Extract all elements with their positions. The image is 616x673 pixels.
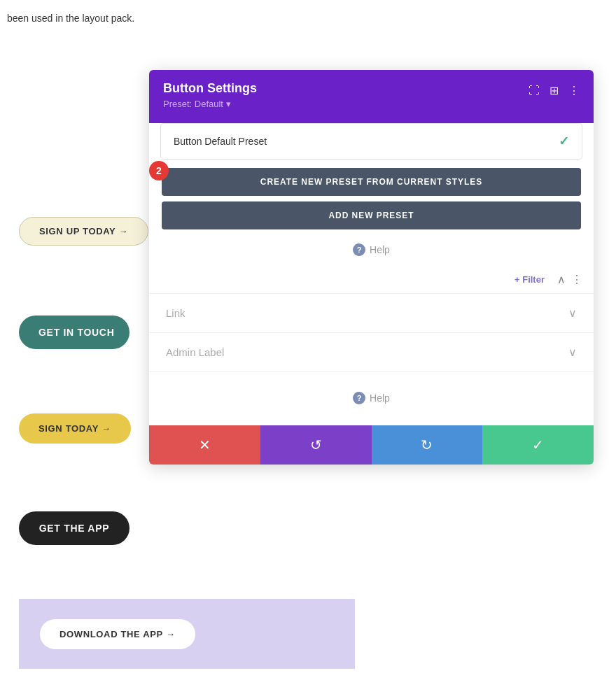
action-bar: ✕ ↺ ↻ ✓ bbox=[149, 425, 594, 465]
create-preset-button[interactable]: CREATE NEW PRESET FROM CURRENT STYLES bbox=[162, 168, 581, 196]
main-help-icon: ? bbox=[353, 392, 365, 404]
panel-header-icons: ⛶ ⊞ ⋮ bbox=[528, 84, 580, 97]
help-row: ? Help bbox=[149, 239, 594, 266]
columns-icon[interactable]: ⊞ bbox=[550, 84, 559, 97]
sign-up-button-2[interactable]: SIGN TODAY → bbox=[19, 413, 131, 444]
panel-header: Button Settings Preset: Default ▾ ⛶ ⊞ ⋮ bbox=[149, 70, 594, 118]
filter-icons: ∧ ⋮ bbox=[557, 273, 582, 286]
get-app-button[interactable]: GET THE APP bbox=[19, 511, 130, 545]
button-settings-panel: Button Settings Preset: Default ▾ ⛶ ⊞ ⋮ … bbox=[149, 70, 594, 465]
link-chevron-icon: ∨ bbox=[568, 306, 577, 320]
filter-button[interactable]: + Filter bbox=[514, 274, 545, 285]
main-help-label[interactable]: Help bbox=[370, 392, 390, 404]
help-label[interactable]: Help bbox=[370, 244, 390, 255]
admin-label: Admin Label bbox=[166, 346, 224, 358]
bottom-section: DOWNLOAD THE APP → bbox=[19, 599, 355, 669]
download-button[interactable]: DOWNLOAD THE APP → bbox=[40, 619, 195, 649]
save-button[interactable]: ✓ bbox=[482, 425, 594, 465]
chevron-up-icon[interactable]: ∧ bbox=[557, 273, 566, 286]
filter-bar: + Filter ∧ ⋮ bbox=[149, 266, 594, 294]
admin-chevron-icon: ∨ bbox=[568, 346, 577, 359]
redo-button[interactable]: ↻ bbox=[372, 425, 483, 465]
main-help-row: ? Help bbox=[149, 372, 594, 425]
undo-button[interactable]: ↺ bbox=[260, 425, 372, 465]
panel-header-left: Button Settings Preset: Default ▾ bbox=[163, 81, 257, 109]
purple-strip bbox=[149, 118, 594, 123]
expand-icon[interactable]: ⛶ bbox=[528, 85, 540, 97]
panel-title: Button Settings bbox=[163, 81, 257, 96]
bg-text: been used in the layout pack. bbox=[0, 13, 141, 24]
link-label: Link bbox=[166, 307, 186, 319]
admin-label-section[interactable]: Admin Label ∨ bbox=[149, 333, 594, 372]
cancel-button[interactable]: ✕ bbox=[149, 425, 260, 465]
add-preset-button[interactable]: ADD NEW PRESET bbox=[162, 201, 581, 229]
panel-preset-dropdown[interactable]: Preset: Default ▾ bbox=[163, 99, 257, 109]
more-options-icon[interactable]: ⋮ bbox=[568, 84, 580, 97]
get-in-touch-button[interactable]: GET IN TOUCH bbox=[19, 316, 130, 349]
check-icon: ✓ bbox=[559, 134, 569, 149]
preset-item-default[interactable]: Button Default Preset ✓ bbox=[161, 124, 582, 159]
step-badge: 2 bbox=[149, 161, 169, 180]
preset-dropdown: Button Default Preset ✓ bbox=[160, 123, 582, 160]
link-section[interactable]: Link ∨ bbox=[149, 294, 594, 333]
help-icon: ? bbox=[353, 243, 365, 256]
preset-item-label: Button Default Preset bbox=[174, 136, 267, 147]
sign-up-button-1[interactable]: SIGN UP TODAY → bbox=[19, 217, 148, 246]
filter-more-icon[interactable]: ⋮ bbox=[571, 273, 582, 286]
